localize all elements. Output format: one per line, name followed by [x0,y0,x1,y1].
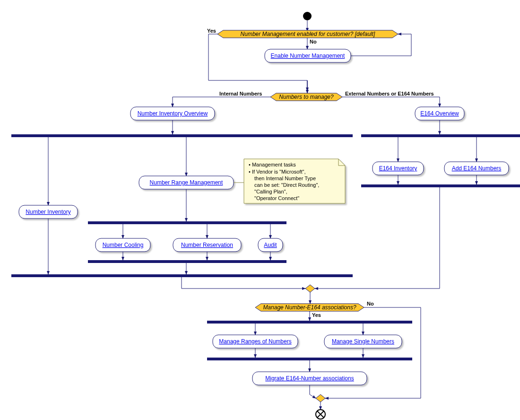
decision-numbers-to-manage-label: Numbers to manage? [279,94,334,100]
fork-bar-internal [11,134,353,137]
join-bar-e164 [361,184,520,187]
note-line2a: If Vendor is "Microsoft", [252,169,306,175]
activity-diagram: Number Management enabled for customer? … [5,5,520,420]
activity-migrate-e164-label: Migrate E164-Number associations [265,375,354,382]
activity-manage-single-label: Manage Single Numbers [332,338,394,345]
fork-bar-assoc [207,321,412,324]
join-bar-assoc [207,358,412,360]
fork-bar-range [88,221,286,224]
activity-e164-inventory-label: E164 Inventory [379,165,417,172]
merge-node [305,285,315,292]
edge-internal: Internal Numbers [219,91,262,96]
edge-assoc-no: No [367,301,374,306]
edge-external: External Numbers or E164 Numbers [345,91,434,96]
activity-number-inventory-label: Number Inventory [26,209,70,215]
activity-add-e164-label: Add E164 Numbers [452,165,502,172]
activity-number-cooling-label: Number Cooling [103,242,144,248]
edge-assoc-yes: Yes [312,312,321,318]
note-line1: Management tasks [252,162,296,167]
note-line2b: then Internal Number Type [254,175,316,181]
note-management-tasks: • Management tasks • If Vendor is "Micro… [244,159,345,203]
activity-enable-nm-label: Enable Number Management [271,52,345,59]
note-line2d: "Calling Plan", [254,189,287,194]
activity-number-reservation-label: Number Reservation [181,242,233,248]
fork-bar-e164 [361,134,520,137]
activity-num-inv-overview-label: Number Inventory Overview [138,110,208,117]
note-line2e: "Operator Connect" [254,195,299,201]
edge-yes: Yes [207,28,216,34]
edge-no: No [310,39,317,44]
merge-node-final [316,394,325,402]
start-node [303,12,312,20]
activity-e164-overview-label: E164 Overview [420,110,459,117]
svg-text:• Management tasks: • Management tasks [249,162,296,167]
join-bar-range [88,260,286,263]
note-line2c: can be set: "Direct Routing", [254,182,319,188]
activity-manage-ranges-label: Manage Ranges of Numbers [219,338,291,345]
activity-audit-label: Audit [264,242,277,248]
svg-text:• If Vendor is "Microsoft",: • If Vendor is "Microsoft", [249,169,306,175]
decision-manage-assoc-label: Manage Number-E164 associations? [263,304,356,311]
decision-nm-enabled-label: Number Management enabled for customer? … [241,31,375,37]
activity-number-range-mgmt-label: Number Range Management [150,179,223,186]
join-bar-internal [11,274,353,277]
